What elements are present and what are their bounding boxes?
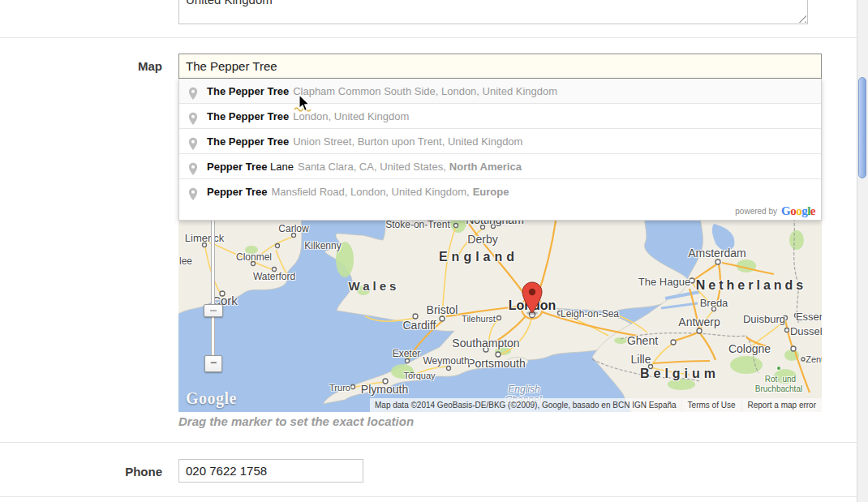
city-dot xyxy=(785,328,789,333)
scrollbar-thumb[interactable] xyxy=(858,77,866,178)
city-dot xyxy=(697,328,702,333)
city-dot xyxy=(671,340,676,345)
autocomplete-item[interactable]: The Pepper TreeLondon, United Kingdom xyxy=(179,103,821,128)
map-place-label: Amsterdam xyxy=(688,247,746,260)
map-place-label: Torquay xyxy=(403,371,435,380)
map-place-label: Bruchbachtal xyxy=(755,384,802,393)
autocomplete-item[interactable]: The Pepper TreeUnion Street, Burton upon… xyxy=(179,128,821,153)
places-autocomplete-dropdown: The Pepper TreeClapham Common South Side… xyxy=(178,79,822,221)
map-place-label: Kilkenny xyxy=(304,240,341,251)
google-logo: Google xyxy=(781,205,815,217)
map-pin-icon xyxy=(188,135,198,153)
map-place-label: Plymouth xyxy=(361,383,408,396)
map-place-label: Dusseldorf xyxy=(790,325,822,337)
map-pin-icon xyxy=(188,160,198,178)
city-dot xyxy=(351,385,355,389)
map-attribution-bar: Map data ©2014 GeoBasis-DE/BKG (©2009), … xyxy=(370,398,822,412)
google-watermark: Google xyxy=(186,389,237,408)
city-dot xyxy=(791,346,796,351)
city-dot xyxy=(447,367,451,371)
map-place-label: Carlow xyxy=(278,223,308,234)
map-place-label: Wales xyxy=(349,279,400,293)
zoom-slider-handle[interactable] xyxy=(204,304,223,317)
item-main-text: Pepper Tree xyxy=(207,186,267,198)
map-place-label: lee xyxy=(179,255,192,267)
map-field-label: Map xyxy=(0,59,162,73)
map-pin-icon xyxy=(188,185,198,204)
map-place-label: Netherlands xyxy=(696,278,806,293)
item-main-rest: Lane xyxy=(267,161,294,173)
map-place-label: Lille xyxy=(631,353,651,366)
google-logo-letter: e xyxy=(810,204,815,217)
map-place-label: Limerick xyxy=(185,232,224,244)
map-place-label: Ghent xyxy=(627,334,658,347)
city-dot xyxy=(406,359,410,363)
city-dot xyxy=(497,316,501,320)
map-place-label: English xyxy=(508,384,539,395)
item-secondary-text: Union Street, Burton upon Trent, United … xyxy=(293,135,522,148)
map-place-label: Cologne xyxy=(728,342,771,355)
map-place-label: Essen xyxy=(796,311,822,323)
city-dot xyxy=(454,224,458,228)
map-place-label: Breda xyxy=(700,297,728,309)
map-place-label: Cardiff xyxy=(403,319,436,332)
map-place-label: Tilehurst xyxy=(462,314,496,324)
item-secondary-text: Mansfield Road, London, United Kingdom, xyxy=(271,186,469,198)
map-place-label: Derby xyxy=(467,233,497,246)
item-main-text: The Pepper Tree xyxy=(207,110,289,122)
terms-of-use-link[interactable]: Terms of Use xyxy=(682,398,741,412)
map-place-label: Truro xyxy=(329,383,350,393)
zoom-out-button[interactable]: − xyxy=(204,355,222,372)
city-dot xyxy=(801,358,805,361)
phone-input[interactable] xyxy=(178,459,363,483)
city-dot xyxy=(440,316,445,321)
map-place-label: Bristol xyxy=(427,303,458,316)
autocomplete-item[interactable]: The Pepper TreeClapham Common South Side… xyxy=(179,79,821,103)
map-place-label: Leigh-on-Sea xyxy=(561,308,619,320)
scrollbar-track[interactable] xyxy=(857,0,868,502)
row-divider xyxy=(0,496,857,497)
map-place-label: The Hague xyxy=(638,276,690,288)
item-secondary-text: Clapham Common South Side, London, Unite… xyxy=(293,85,557,97)
map-place-label: Clonmel xyxy=(236,251,272,263)
map-place-label: Zentr xyxy=(806,354,822,364)
map-place-label: Exeter xyxy=(393,348,421,359)
row-divider xyxy=(0,442,857,443)
city-dot xyxy=(715,260,720,264)
zoom-slider-track[interactable] xyxy=(211,217,215,360)
map-place-label: Antwerp xyxy=(678,315,720,328)
powered-by-google: powered by Google xyxy=(179,204,821,220)
item-main-text: The Pepper Tree xyxy=(207,135,289,148)
autocomplete-item[interactable]: Pepper Tree LaneSanta Clara, CA, United … xyxy=(179,153,821,178)
map-place-label: Stoke-on-Trent xyxy=(385,219,450,230)
drag-marker-hint: Drag the marker to set the exact locatio… xyxy=(178,414,414,428)
map-pin-icon xyxy=(188,84,198,103)
city-dot xyxy=(276,244,280,248)
map-place-label: Portsmouth xyxy=(467,357,526,370)
map-place-label: Weymouth xyxy=(423,355,469,367)
map-place-label: England xyxy=(439,250,518,264)
map-place-label: Waterford xyxy=(253,271,295,282)
item-secondary-text: Santa Clara, CA, United States, xyxy=(298,161,446,173)
map-place-label: Rot- und xyxy=(765,375,796,384)
phone-field-label: Phone xyxy=(0,465,162,478)
map-search-input[interactable] xyxy=(178,54,822,79)
powered-by-text: powered by xyxy=(735,207,777,216)
google-map-canvas[interactable]: LimerickleeCarlowKilkennyClonmelWaterfor… xyxy=(178,217,822,412)
autocomplete-item[interactable]: Pepper TreeMansfield Road, London, Unite… xyxy=(179,178,821,204)
google-logo-letter: G xyxy=(781,204,790,217)
item-secondary-bold: North America xyxy=(449,161,522,173)
map-place-label: Southampton xyxy=(452,337,519,350)
item-secondary-text: London, United Kingdom xyxy=(293,110,409,122)
address-textarea[interactable]: United Kingdom xyxy=(178,0,808,24)
item-main-text: The Pepper Tree xyxy=(207,85,289,97)
map-attribution-text: Map data ©2014 GeoBasis-DE/BKG (©2009), … xyxy=(370,398,681,412)
location-marker-pin[interactable] xyxy=(522,281,543,315)
map-place-label: Belgium xyxy=(640,367,720,381)
item-main-text: Pepper Tree xyxy=(207,161,267,173)
report-map-error-link[interactable]: Report a map error xyxy=(742,398,822,412)
row-divider xyxy=(0,37,857,38)
item-secondary-bold: Europe xyxy=(473,186,509,198)
map-place-label: Duisburg xyxy=(743,313,785,325)
map-pin-icon xyxy=(188,109,198,128)
